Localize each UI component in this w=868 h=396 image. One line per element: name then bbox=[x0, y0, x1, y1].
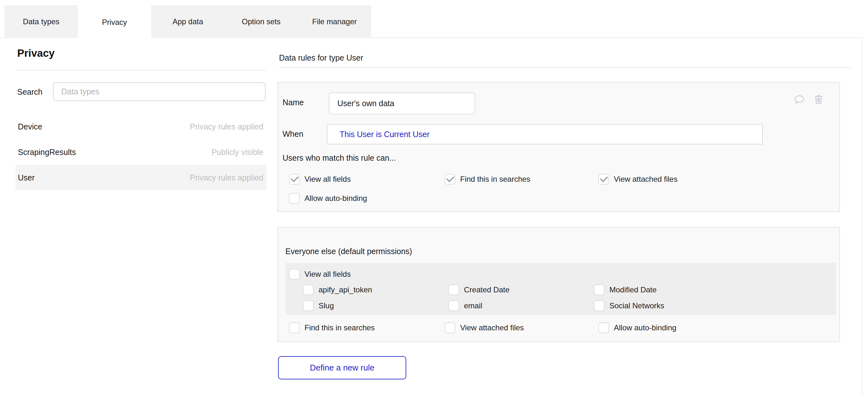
checkbox-icon bbox=[303, 300, 314, 311]
tab-label: App data bbox=[173, 17, 203, 26]
checkbox-find-in-searches[interactable]: Find this in searches bbox=[444, 174, 530, 185]
content-right-border bbox=[862, 37, 862, 396]
checkbox-label: Social Networks bbox=[609, 301, 664, 310]
checkbox-field-email[interactable]: email bbox=[448, 300, 482, 311]
checkbox-field-modified-date[interactable]: Modified Date bbox=[594, 284, 657, 295]
checkbox-icon bbox=[594, 300, 604, 311]
rules-header: Data rules for type User bbox=[279, 53, 363, 62]
checkbox-label: View attached files bbox=[614, 175, 678, 184]
checkbox-label: Created Date bbox=[464, 285, 509, 294]
checkbox-label: apify_api_token bbox=[318, 285, 372, 294]
checkbox-allow-auto-binding[interactable]: Allow auto-binding bbox=[598, 322, 676, 333]
checkbox-icon bbox=[448, 284, 459, 295]
page-title: Privacy bbox=[17, 47, 55, 59]
checkbox-icon bbox=[289, 322, 300, 333]
checkbox-field-social-networks[interactable]: Social Networks bbox=[594, 300, 664, 311]
tab-label: Data types bbox=[23, 17, 60, 26]
checkbox-icon bbox=[448, 300, 459, 311]
tab-label: File manager bbox=[312, 17, 357, 26]
default-permissions-card: Everyone else (default permissions) View… bbox=[277, 227, 840, 342]
data-type-status: Publicly visible bbox=[211, 148, 264, 157]
checkbox-icon bbox=[444, 174, 455, 185]
checkbox-label: Slug bbox=[318, 301, 334, 310]
list-item-scrapingresults[interactable]: ScrapingResults Publicly visible bbox=[16, 139, 267, 165]
tab-bar: Data types Privacy App data Option sets … bbox=[4, 5, 371, 38]
checkbox-allow-auto-binding[interactable]: Allow auto-binding bbox=[289, 193, 367, 204]
data-type-name: Device bbox=[18, 122, 42, 131]
data-type-name: User bbox=[18, 173, 35, 182]
define-new-rule-button[interactable]: Define a new rule bbox=[278, 356, 406, 379]
checkbox-label: View all fields bbox=[305, 175, 351, 184]
checkbox-icon bbox=[598, 174, 609, 185]
tab-label: Option sets bbox=[242, 17, 280, 26]
match-rule-text: Users who match this rule can... bbox=[282, 153, 396, 162]
checkbox-label: View all fields bbox=[305, 270, 351, 279]
checkbox-field-slug[interactable]: Slug bbox=[303, 300, 334, 311]
checkbox-icon bbox=[303, 284, 314, 295]
comment-icon[interactable] bbox=[794, 93, 806, 105]
checkbox-icon bbox=[594, 284, 604, 295]
list-item-user[interactable]: User Privacy rules applied bbox=[16, 165, 267, 190]
checkbox-label: Find this in searches bbox=[305, 323, 375, 332]
privacy-rule-card: Name When This User is Current User User bbox=[277, 82, 840, 212]
when-condition-text: This User is Current User bbox=[340, 130, 430, 139]
checkbox-icon bbox=[289, 174, 300, 185]
checkbox-label: email bbox=[464, 301, 482, 310]
tab-option-sets[interactable]: Option sets bbox=[224, 5, 298, 38]
checkbox-label: Modified Date bbox=[609, 285, 657, 294]
checkbox-icon bbox=[289, 193, 300, 204]
tab-privacy[interactable]: Privacy bbox=[78, 5, 151, 39]
tab-file-manager[interactable]: File manager bbox=[298, 5, 371, 38]
list-item-device[interactable]: Device Privacy rules applied bbox=[16, 114, 267, 139]
checkbox-view-attached-files[interactable]: View attached files bbox=[444, 322, 524, 333]
name-label: Name bbox=[282, 98, 304, 107]
checkbox-label: Find this in searches bbox=[460, 175, 530, 184]
rules-header-divider bbox=[279, 67, 851, 68]
default-permissions-title: Everyone else (default permissions) bbox=[285, 247, 412, 256]
checkbox-view-all-fields[interactable]: View all fields bbox=[289, 174, 351, 185]
search-input[interactable] bbox=[53, 82, 266, 101]
privacy-settings-screen: Data types Privacy App data Option sets … bbox=[0, 0, 868, 396]
rule-name-input[interactable] bbox=[329, 92, 475, 115]
rule-actions bbox=[794, 93, 825, 105]
tab-data-types[interactable]: Data types bbox=[4, 5, 78, 38]
checkbox-view-all-fields[interactable]: View all fields bbox=[289, 269, 351, 280]
title-divider bbox=[17, 70, 266, 70]
when-condition-box[interactable]: This User is Current User bbox=[327, 124, 763, 145]
checkbox-field-created-date[interactable]: Created Date bbox=[448, 284, 509, 295]
checkbox-label: Allow auto-binding bbox=[305, 194, 367, 203]
checkbox-label: View attached files bbox=[460, 323, 524, 332]
data-type-status: Privacy rules applied bbox=[190, 122, 264, 131]
checkbox-icon bbox=[598, 322, 609, 333]
checkbox-icon bbox=[289, 269, 300, 280]
data-type-name: ScrapingResults bbox=[18, 148, 76, 157]
trash-icon[interactable] bbox=[812, 93, 825, 105]
checkbox-find-in-searches[interactable]: Find this in searches bbox=[289, 322, 375, 333]
checkbox-field-apify-api-token[interactable]: apify_api_token bbox=[303, 284, 372, 295]
data-type-status: Privacy rules applied bbox=[190, 173, 264, 182]
tab-app-data[interactable]: App data bbox=[151, 5, 224, 38]
when-label: When bbox=[282, 129, 303, 139]
search-label: Search bbox=[17, 87, 42, 97]
checkbox-label: Allow auto-binding bbox=[614, 323, 676, 332]
checkbox-icon bbox=[444, 322, 455, 333]
checkbox-view-attached-files[interactable]: View attached files bbox=[598, 174, 678, 185]
tab-label: Privacy bbox=[102, 18, 127, 27]
